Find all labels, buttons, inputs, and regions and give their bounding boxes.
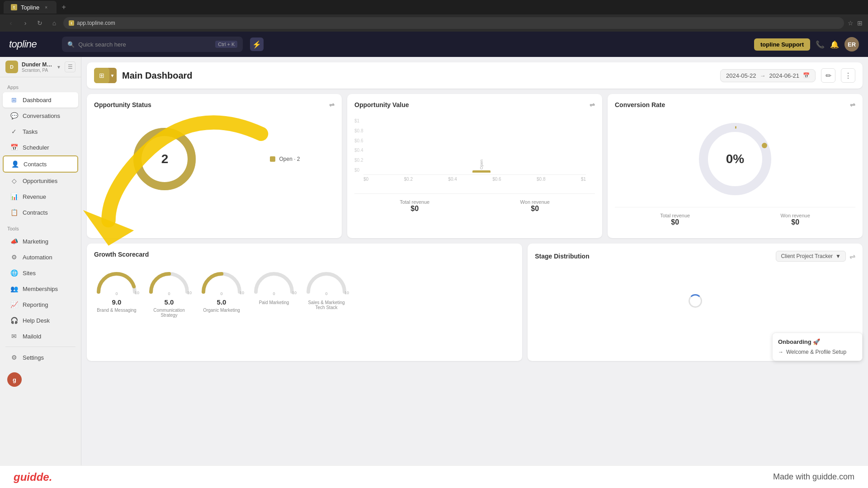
view-toggle-group[interactable]: ⊞ ▼ — [94, 68, 117, 83]
bar-open — [472, 170, 491, 173]
sidebar-item-sites[interactable]: 🌐 Sites — [3, 265, 78, 281]
memberships-icon: 👥 — [10, 285, 18, 293]
stage-loading-spinner — [689, 294, 702, 308]
sidebar-item-scheduler[interactable]: 📅 Scheduler — [3, 140, 78, 155]
workspace-selector[interactable]: D Dunder Mifflin [D... Scranton, PA ▼ ☰ — [0, 57, 81, 77]
phone-icon[interactable]: 📞 — [816, 40, 825, 49]
home-button[interactable]: ⌂ — [49, 18, 60, 28]
svg-text:10: 10 — [187, 291, 192, 295]
sidebar-item-contracts[interactable]: 📋 Contracts — [3, 205, 78, 220]
sidebar-item-automation[interactable]: ⚙ Automation — [3, 249, 78, 265]
conversations-icon: 💬 — [10, 112, 18, 120]
stage-settings-icon[interactable]: ⇌ — [849, 252, 855, 261]
svg-text:0: 0 — [220, 291, 222, 296]
address-bar[interactable]: t app.topline.com — [63, 17, 844, 29]
sidebar-item-tasks[interactable]: ✓ Tasks — [3, 124, 78, 139]
total-revenue-value: $0 — [400, 205, 429, 213]
conv-total-value: $0 — [660, 218, 690, 226]
gauge-paid: 0 10 Paid Marketing — [251, 267, 297, 318]
svg-text:0: 0 — [325, 291, 327, 296]
legend-item-open: Open · 2 — [270, 156, 300, 162]
bar-x-label: Open — [479, 160, 484, 169]
gauge-brand-label: Brand & Messaging — [97, 308, 136, 313]
conv-total-label: Total revenue — [660, 213, 690, 218]
sidebar-item-memberships[interactable]: 👥 Memberships — [3, 281, 78, 296]
sidebar-item-settings[interactable]: ⚙ Settings — [3, 350, 78, 365]
date-range-picker[interactable]: 2024-05-22 → 2024-06-21 📅 — [720, 69, 816, 82]
stage-dropdown[interactable]: Client Project Tracker ▼ — [776, 251, 846, 262]
won-revenue-label: Won revenue — [520, 199, 550, 205]
onboarding-arrow: → — [778, 349, 783, 355]
app-container: topline 🔍 Quick search here Ctrl + K ⚡ t… — [0, 32, 868, 488]
sidebar-label-reporting: Reporting — [23, 301, 48, 308]
gauge-organic-value: 5.0 — [217, 298, 226, 306]
opportunity-value-settings[interactable]: ⇌ — [590, 101, 595, 108]
tab-close-button[interactable]: × — [43, 4, 49, 10]
onboarding-item-0[interactable]: → Welcome & Profile Setup — [778, 349, 857, 355]
sidebar-label-sites: Sites — [23, 270, 36, 277]
address-favicon: t — [69, 20, 74, 26]
active-tab[interactable]: t Topline × — [4, 1, 57, 14]
opportunity-value-card: Opportunity Value ⇌ $1$0.8$0.6$0.4$0.2$0… — [347, 94, 602, 238]
bell-icon[interactable]: 🔔 — [830, 40, 839, 49]
scorecard-gauges: 0 10 9.0 Brand & Messaging 0 10 — [94, 263, 515, 321]
top-bar-right: topline Support 📞 🔔 ER — [754, 37, 859, 52]
sidebar-divider — [5, 347, 75, 347]
sidebar-label-revenue: Revenue — [23, 193, 46, 200]
svg-text:10: 10 — [135, 291, 139, 295]
sidebar-item-marketing[interactable]: 📣 Marketing — [3, 234, 78, 249]
conversion-stats: Total revenue $0 Won revenue $0 — [615, 207, 855, 226]
search-bar[interactable]: 🔍 Quick search here Ctrl + K — [62, 37, 243, 52]
sidebar-item-opportunities[interactable]: ◇ Opportunities — [3, 173, 78, 188]
donut-number: 2 — [161, 152, 169, 166]
search-icon: 🔍 — [67, 41, 75, 48]
view-toggle-button[interactable]: ⊞ — [94, 68, 109, 83]
conversion-center: 0% — [726, 152, 744, 166]
automation-icon: ⚙ — [10, 253, 18, 261]
stage-dropdown-label: Client Project Tracker — [781, 253, 833, 259]
forward-button[interactable]: › — [20, 18, 31, 28]
svg-text:10: 10 — [344, 291, 349, 295]
conversion-rate-settings[interactable]: ⇌ — [850, 101, 855, 108]
gauge-paid-label: Paid Marketing — [259, 300, 289, 305]
opportunity-status-settings[interactable]: ⇌ — [329, 101, 335, 108]
guidde-bar: guidde. Made with guidde.com — [0, 465, 868, 488]
sidebar-item-helpdesk[interactable]: 🎧 Help Desk — [3, 313, 78, 328]
sidebar-item-dashboard[interactable]: ⊞ Dashboard — [3, 92, 78, 108]
conv-won-value: $0 — [781, 218, 810, 226]
dashboard-header: ⊞ ▼ Main Dashboard 2024-05-22 → 2024-06-… — [87, 62, 863, 89]
refresh-button[interactable]: ↻ — [34, 18, 45, 28]
bar-wrapper: Open — [363, 160, 586, 173]
stage-area — [535, 267, 855, 335]
support-button[interactable]: topline Support — [754, 38, 810, 51]
sidebar-toggle-button[interactable]: ☰ — [65, 61, 75, 72]
lightning-button[interactable]: ⚡ — [250, 38, 264, 51]
onboarding-title: Onboarding 🚀 — [778, 338, 857, 345]
svg-text:10: 10 — [240, 291, 244, 295]
opportunities-icon: ◇ — [10, 177, 18, 185]
tab-title: Topline — [21, 4, 39, 11]
apps-section-label: Apps — [0, 79, 81, 92]
total-revenue: Total revenue $0 — [400, 199, 429, 213]
gauge-brand-messaging: 0 10 9.0 Brand & Messaging — [94, 267, 139, 318]
sidebar-item-mailold[interactable]: ✉ Mailold — [3, 328, 78, 344]
sidebar-user[interactable]: g — [0, 369, 81, 390]
back-button[interactable]: ‹ — [5, 18, 16, 28]
date-arrow: → — [760, 72, 766, 79]
mailold-icon: ✉ — [10, 332, 18, 340]
sidebar-item-contacts[interactable]: 👤 Contacts — [3, 155, 78, 173]
gauge-tech-stack: 0 10 Sales & Marketing Tech Stack — [304, 267, 349, 318]
sidebar-item-conversations[interactable]: 💬 Conversations — [3, 108, 78, 123]
new-tab-button[interactable]: + — [58, 2, 69, 13]
sidebar-item-revenue[interactable]: 📊 Revenue — [3, 189, 78, 204]
growth-scorecard-title: Growth Scorecard — [94, 251, 515, 258]
stage-title: Stage Distribution — [535, 253, 590, 260]
user-avatar[interactable]: ER — [844, 37, 859, 52]
more-options-button[interactable]: ⋮ — [841, 68, 855, 83]
extensions-button[interactable]: ⊞ — [857, 19, 863, 27]
guidde-logo: guidde. — [14, 471, 52, 483]
edit-button[interactable]: ✏ — [821, 68, 835, 83]
bookmark-button[interactable]: ☆ — [848, 19, 854, 27]
sidebar-item-reporting[interactable]: 📈 Reporting — [3, 297, 78, 312]
guidde-text: Made with guidde.com — [773, 472, 854, 482]
